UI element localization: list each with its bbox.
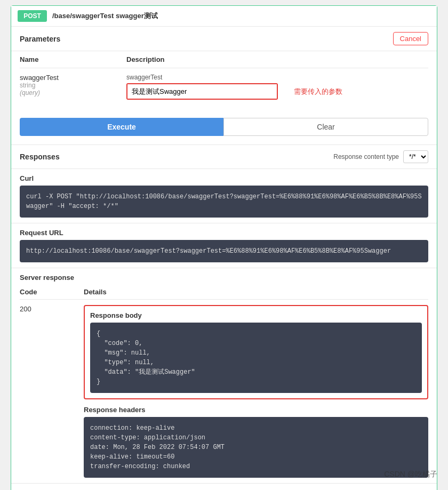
curl-code: curl -X POST "http://localhost:10086/bas… (20, 186, 428, 218)
response-body-code: { "code": 0, "msg": null, "type": null, … (90, 323, 422, 393)
swagger-container: POST /base/swaggerTest swagger测试 Paramet… (11, 5, 437, 490)
param-label: swaggerTest (126, 74, 428, 81)
sr-col-details: Details (84, 288, 428, 296)
response-details: Response body { "code": 0, "msg": null, … (84, 305, 428, 478)
sr-code-200: 200 (20, 305, 84, 313)
content-type-label: Response content type (333, 153, 399, 160)
server-response-section: Server response Code Details 200 Respons… (11, 268, 437, 484)
cancel-button[interactable]: Cancel (393, 32, 428, 45)
response-headers-section: Response headers connection: keep-alive … (84, 406, 428, 478)
curl-title: Curl (20, 174, 428, 182)
request-url-title: Request URL (20, 229, 428, 237)
parameters-section-header: Parameters Cancel (11, 27, 437, 51)
curl-section: Curl curl -X POST "http://localhost:1008… (11, 169, 437, 223)
btn-row: Execute Clear (20, 118, 428, 136)
server-response-row: 200 Response body { "code": 0, "msg": nu… (20, 300, 428, 483)
response-body-title: Response body (90, 311, 422, 319)
server-response-table-header: Code Details (20, 285, 428, 300)
param-value-area: swaggerTest 需要传入的参数 (126, 74, 428, 100)
parameters-title: Parameters (20, 35, 60, 43)
params-section: Name Description swaggerTest string (que… (11, 51, 437, 114)
endpoint-header: POST /base/swaggerTest swagger测试 (11, 6, 437, 27)
clear-button[interactable]: Clear (223, 118, 428, 136)
server-response-title: Server response (20, 274, 428, 282)
response-headers-code: connection: keep-alive content-type: app… (84, 417, 428, 478)
param-input-wrapper (126, 83, 278, 100)
watermark: CSDN @吃橘子 (384, 470, 437, 479)
params-table-header: Name Description (20, 51, 428, 68)
response-content-type-area: Response content type */* (333, 150, 428, 163)
response-headers-title: Response headers (84, 406, 428, 414)
param-name-text: swaggerTest (20, 74, 126, 82)
request-url-code: http://localhost:10086/base/swaggerTest?… (20, 240, 428, 262)
param-value-row: 需要传入的参数 (126, 83, 428, 100)
response-body-wrapper: Response body { "code": 0, "msg": null, … (84, 305, 428, 399)
param-hint: 需要传入的参数 (294, 87, 342, 97)
param-location-text: (query) (20, 89, 126, 97)
param-type-text: string (20, 82, 126, 89)
col-description: Description (126, 55, 428, 63)
col-name: Name (20, 55, 126, 63)
param-row: swaggerTest string (query) swaggerTest 需… (20, 68, 428, 105)
method-badge: POST (18, 10, 47, 22)
param-name-col: swaggerTest string (query) (20, 74, 126, 97)
bottom-responses-section: Responses Code Description 200 OK Exampl… (11, 484, 437, 490)
responses-title: Responses (20, 152, 60, 161)
responses-section-header: Responses Response content type */* (11, 144, 437, 169)
swagger-test-input[interactable] (127, 84, 277, 99)
endpoint-path: /base/swaggerTest swagger测试 (52, 11, 158, 21)
content-type-select[interactable]: */* (403, 150, 428, 163)
execute-button[interactable]: Execute (20, 118, 223, 136)
request-url-section: Request URL http://localhost:10086/base/… (11, 223, 437, 268)
sr-col-code: Code (20, 288, 84, 296)
